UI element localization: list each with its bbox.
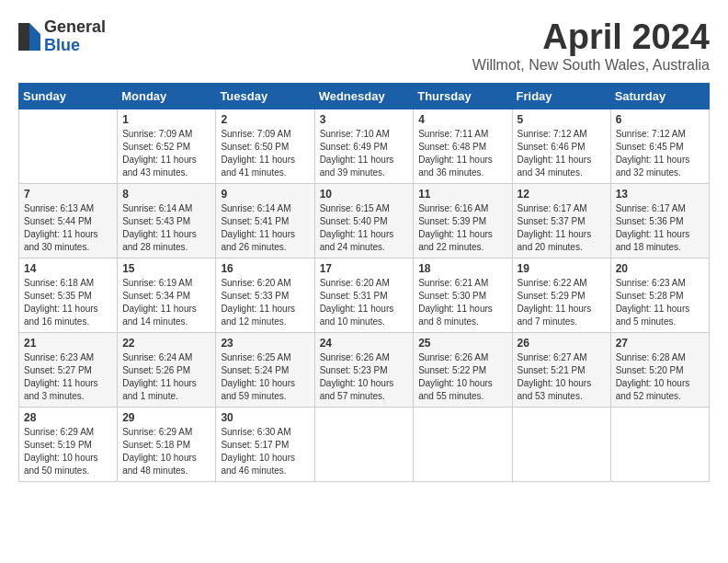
day-number: 20 bbox=[616, 262, 704, 275]
day-header-friday: Friday bbox=[512, 83, 610, 109]
day-info: Sunrise: 6:29 AMSunset: 5:18 PMDaylight:… bbox=[122, 426, 210, 477]
day-info: Sunrise: 6:24 AMSunset: 5:26 PMDaylight:… bbox=[122, 351, 210, 403]
calendar-cell: 15Sunrise: 6:19 AMSunset: 5:34 PMDayligh… bbox=[118, 258, 216, 332]
calendar-cell: 9Sunrise: 6:14 AMSunset: 5:41 PMDaylight… bbox=[216, 183, 314, 258]
calendar-cell: 14Sunrise: 6:18 AMSunset: 5:35 PMDayligh… bbox=[19, 258, 118, 332]
day-number: 24 bbox=[320, 337, 409, 350]
day-number: 1 bbox=[122, 113, 210, 126]
svg-marker-2 bbox=[18, 23, 29, 51]
day-number: 27 bbox=[616, 337, 704, 350]
day-number: 18 bbox=[418, 262, 506, 275]
day-header-tuesday: Tuesday bbox=[216, 83, 314, 109]
logo: General Blue bbox=[18, 18, 106, 55]
location: Willmot, New South Wales, Australia bbox=[472, 57, 710, 74]
calendar-cell bbox=[19, 109, 118, 183]
calendar-cell: 17Sunrise: 6:20 AMSunset: 5:31 PMDayligh… bbox=[314, 258, 414, 332]
calendar-cell: 19Sunrise: 6:22 AMSunset: 5:29 PMDayligh… bbox=[512, 258, 610, 332]
day-number: 4 bbox=[418, 113, 506, 126]
day-number: 30 bbox=[221, 411, 309, 424]
day-info: Sunrise: 6:14 AMSunset: 5:41 PMDaylight:… bbox=[221, 202, 309, 254]
day-number: 12 bbox=[518, 188, 606, 201]
day-info: Sunrise: 7:12 AMSunset: 6:45 PMDaylight:… bbox=[616, 128, 704, 179]
day-number: 7 bbox=[24, 188, 112, 201]
day-info: Sunrise: 7:10 AMSunset: 6:49 PMDaylight:… bbox=[320, 128, 409, 179]
calendar-cell: 3Sunrise: 7:10 AMSunset: 6:49 PMDaylight… bbox=[314, 109, 414, 183]
day-number: 9 bbox=[221, 188, 309, 201]
calendar-week-3: 14Sunrise: 6:18 AMSunset: 5:35 PMDayligh… bbox=[19, 258, 710, 332]
day-info: Sunrise: 7:09 AMSunset: 6:50 PMDaylight:… bbox=[221, 128, 309, 179]
day-info: Sunrise: 6:28 AMSunset: 5:20 PMDaylight:… bbox=[616, 351, 704, 403]
calendar-cell: 16Sunrise: 6:20 AMSunset: 5:33 PMDayligh… bbox=[216, 258, 314, 332]
day-number: 11 bbox=[418, 188, 506, 201]
day-number: 5 bbox=[518, 113, 606, 126]
day-info: Sunrise: 7:11 AMSunset: 6:48 PMDaylight:… bbox=[418, 128, 506, 179]
day-number: 13 bbox=[616, 188, 704, 201]
day-number: 6 bbox=[616, 113, 704, 126]
day-number: 8 bbox=[122, 188, 210, 201]
day-number: 14 bbox=[24, 262, 112, 275]
calendar-cell: 1Sunrise: 7:09 AMSunset: 6:52 PMDaylight… bbox=[118, 109, 216, 183]
calendar-cell: 27Sunrise: 6:28 AMSunset: 5:20 PMDayligh… bbox=[610, 332, 709, 407]
svg-marker-0 bbox=[29, 23, 40, 34]
day-number: 16 bbox=[221, 262, 309, 275]
calendar-cell bbox=[414, 407, 512, 481]
page-header: General Blue April 2024 Willmot, New Sou… bbox=[18, 18, 710, 74]
day-header-wednesday: Wednesday bbox=[314, 83, 414, 109]
logo-general: General bbox=[44, 18, 106, 37]
calendar-cell: 8Sunrise: 6:14 AMSunset: 5:43 PMDaylight… bbox=[118, 183, 216, 258]
day-info: Sunrise: 7:12 AMSunset: 6:46 PMDaylight:… bbox=[518, 128, 606, 179]
day-number: 10 bbox=[320, 188, 409, 201]
day-info: Sunrise: 6:16 AMSunset: 5:39 PMDaylight:… bbox=[418, 202, 506, 254]
calendar-cell: 10Sunrise: 6:15 AMSunset: 5:40 PMDayligh… bbox=[314, 183, 414, 258]
day-header-thursday: Thursday bbox=[414, 83, 512, 109]
day-info: Sunrise: 6:18 AMSunset: 5:35 PMDaylight:… bbox=[24, 277, 112, 328]
day-info: Sunrise: 7:09 AMSunset: 6:52 PMDaylight:… bbox=[122, 128, 210, 179]
day-info: Sunrise: 6:26 AMSunset: 5:23 PMDaylight:… bbox=[320, 351, 409, 403]
day-number: 2 bbox=[221, 113, 309, 126]
calendar-week-2: 7Sunrise: 6:13 AMSunset: 5:44 PMDaylight… bbox=[19, 183, 710, 258]
month-title: April 2024 bbox=[472, 18, 710, 57]
day-info: Sunrise: 6:25 AMSunset: 5:24 PMDaylight:… bbox=[221, 351, 309, 403]
day-info: Sunrise: 6:29 AMSunset: 5:19 PMDaylight:… bbox=[24, 426, 112, 477]
calendar-cell: 12Sunrise: 6:17 AMSunset: 5:37 PMDayligh… bbox=[512, 183, 610, 258]
day-number: 25 bbox=[418, 337, 506, 350]
calendar-cell: 13Sunrise: 6:17 AMSunset: 5:36 PMDayligh… bbox=[610, 183, 709, 258]
day-number: 28 bbox=[24, 411, 112, 424]
calendar-cell: 6Sunrise: 7:12 AMSunset: 6:45 PMDaylight… bbox=[610, 109, 709, 183]
calendar-cell: 21Sunrise: 6:23 AMSunset: 5:27 PMDayligh… bbox=[19, 332, 118, 407]
day-info: Sunrise: 6:22 AMSunset: 5:29 PMDaylight:… bbox=[518, 277, 606, 328]
calendar-week-4: 21Sunrise: 6:23 AMSunset: 5:27 PMDayligh… bbox=[19, 332, 710, 407]
day-header-monday: Monday bbox=[118, 83, 216, 109]
day-number: 23 bbox=[221, 337, 309, 350]
day-number: 21 bbox=[24, 337, 112, 350]
calendar-cell: 20Sunrise: 6:23 AMSunset: 5:28 PMDayligh… bbox=[610, 258, 709, 332]
calendar-week-5: 28Sunrise: 6:29 AMSunset: 5:19 PMDayligh… bbox=[19, 407, 710, 481]
day-number: 3 bbox=[320, 113, 409, 126]
calendar-cell: 30Sunrise: 6:30 AMSunset: 5:17 PMDayligh… bbox=[216, 407, 314, 481]
day-info: Sunrise: 6:17 AMSunset: 5:36 PMDaylight:… bbox=[616, 202, 704, 254]
calendar-cell: 5Sunrise: 7:12 AMSunset: 6:46 PMDaylight… bbox=[512, 109, 610, 183]
calendar-table: SundayMondayTuesdayWednesdayThursdayFrid… bbox=[18, 83, 710, 482]
calendar-cell: 11Sunrise: 6:16 AMSunset: 5:39 PMDayligh… bbox=[414, 183, 512, 258]
calendar-cell: 24Sunrise: 6:26 AMSunset: 5:23 PMDayligh… bbox=[314, 332, 414, 407]
day-number: 17 bbox=[320, 262, 409, 275]
day-info: Sunrise: 6:21 AMSunset: 5:30 PMDaylight:… bbox=[418, 277, 506, 328]
calendar-cell: 29Sunrise: 6:29 AMSunset: 5:18 PMDayligh… bbox=[118, 407, 216, 481]
calendar-cell: 18Sunrise: 6:21 AMSunset: 5:30 PMDayligh… bbox=[414, 258, 512, 332]
calendar-cell: 2Sunrise: 7:09 AMSunset: 6:50 PMDaylight… bbox=[216, 109, 314, 183]
day-number: 19 bbox=[518, 262, 606, 275]
calendar-cell: 26Sunrise: 6:27 AMSunset: 5:21 PMDayligh… bbox=[512, 332, 610, 407]
calendar-cell bbox=[512, 407, 610, 481]
day-number: 15 bbox=[122, 262, 210, 275]
calendar-cell: 25Sunrise: 6:26 AMSunset: 5:22 PMDayligh… bbox=[414, 332, 512, 407]
day-number: 26 bbox=[518, 337, 606, 350]
day-info: Sunrise: 6:20 AMSunset: 5:31 PMDaylight:… bbox=[320, 277, 409, 328]
day-header-saturday: Saturday bbox=[610, 83, 709, 109]
calendar-cell: 23Sunrise: 6:25 AMSunset: 5:24 PMDayligh… bbox=[216, 332, 314, 407]
day-info: Sunrise: 6:27 AMSunset: 5:21 PMDaylight:… bbox=[518, 351, 606, 403]
calendar-week-1: 1Sunrise: 7:09 AMSunset: 6:52 PMDaylight… bbox=[19, 109, 710, 183]
calendar-cell bbox=[314, 407, 414, 481]
day-info: Sunrise: 6:23 AMSunset: 5:27 PMDaylight:… bbox=[24, 351, 112, 403]
calendar-cell: 4Sunrise: 7:11 AMSunset: 6:48 PMDaylight… bbox=[414, 109, 512, 183]
day-info: Sunrise: 6:13 AMSunset: 5:44 PMDaylight:… bbox=[24, 202, 112, 254]
